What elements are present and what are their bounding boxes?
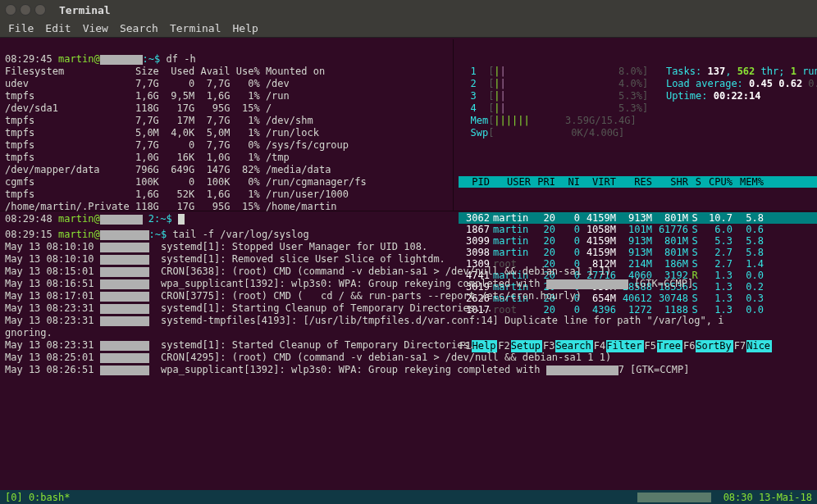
prompt-line-1: 08:29:45 martin@:~$ df -h — [5, 53, 196, 65]
df-header: Filesystem Size Used Avail Use% Mounted … — [5, 66, 325, 77]
menu-help[interactable]: Help — [233, 22, 258, 34]
fkey-label: Tree — [657, 340, 682, 352]
htop-col-pid[interactable]: PID — [459, 176, 490, 188]
window-title: Terminal — [59, 4, 111, 16]
menu-file[interactable]: File — [8, 22, 34, 34]
pane-df[interactable]: 08:29:45 martin@:~$ df -h Filesystem Siz… — [0, 39, 453, 211]
process-row[interactable]: 1867martin2001058M101M61776S6.00.6 — [459, 224, 817, 235]
htop-col-virt[interactable]: VIRT — [580, 176, 616, 188]
status-right: 08:30 13-Mai-18 — [723, 492, 812, 503]
status-left: [0] 0:bash* — [5, 492, 70, 503]
fkey-f3[interactable]: F3 — [542, 340, 555, 352]
fkey-f4[interactable]: F4 — [593, 340, 606, 352]
df-row: cgmfs 100K 0 100K 0% /run/cgmanager/fs — [5, 176, 367, 188]
htop-col-res[interactable]: RES — [616, 176, 652, 188]
fkey-f2[interactable]: F2 — [497, 340, 510, 352]
htop-col-ni[interactable]: NI — [555, 176, 580, 188]
fkey-label: SortBy — [696, 340, 733, 352]
menu-edit[interactable]: Edit — [45, 22, 71, 34]
fkey-label: Search — [555, 340, 592, 352]
df-row: tmpfs 5,0M 4,0K 5,0M 1% /run/lock — [5, 127, 319, 138]
menu-view[interactable]: View — [83, 22, 108, 34]
df-row: tmpfs 1,6G 52K 1,6G 1% /run/user/1000 — [5, 188, 349, 200]
fkey-label: Filter — [606, 340, 643, 352]
mem-meter: Mem[|||||| 3.59G/15.4G] — [459, 115, 817, 127]
prompt-line-2: 08:29:48 martin@ 2:~$ — [5, 213, 185, 225]
tmux-statusbar: [0] 0:bash* 08:30 13-Mai-18 — [0, 490, 817, 504]
menu-search[interactable]: Search — [120, 22, 158, 34]
close-icon[interactable] — [5, 4, 16, 16]
fkey-label: Setup — [511, 340, 542, 352]
df-row: udev 7,7G 0 7,7G 0% /dev — [5, 78, 290, 89]
cpu-meter: 4 [|| 5.3%] — [459, 102, 817, 115]
swp-meter: Swp[ 0K/4.00G] — [459, 127, 817, 139]
titlebar: Terminal — [0, 0, 817, 20]
minimize-icon[interactable] — [20, 4, 31, 16]
df-row: /home/martin/.Private 118G 17G 95G 15% /… — [5, 201, 337, 212]
menu-terminal[interactable]: Terminal — [170, 22, 221, 34]
df-row: /dev/mapper/data 796G 649G 147G 82% /med… — [5, 164, 331, 175]
htop-col-s[interactable]: S — [688, 176, 701, 188]
fkey-f6[interactable]: F6 — [682, 340, 696, 352]
df-row: /dev/sda1 118G 17G 95G 15% / — [5, 102, 272, 114]
menubar: File Edit View Search Terminal Help — [0, 20, 817, 38]
fkey-label: Nice — [746, 340, 772, 352]
cpu-meter: 2 [|| 4.0%] Load average: 0.45 0.62 0.4 — [459, 78, 817, 90]
htop-header: PIDUSERPRINIVIRTRESSHRSCPU%MEM% — [459, 176, 817, 188]
process-row[interactable]: 1017root200439612721188S1.30.0 — [459, 304, 817, 316]
cursor-icon — [178, 214, 185, 225]
terminal-body[interactable]: 08:29:45 martin@:~$ df -h Filesystem Siz… — [0, 38, 817, 490]
df-row: tmpfs 7,7G 0 7,7G 0% /sys/fs/cgroup — [5, 139, 349, 151]
process-row[interactable]: 3098martin2004159M913M801MS2.75.8 — [459, 247, 817, 258]
df-row: tmpfs 7,7G 17M 7,7G 1% /dev/shm — [5, 115, 313, 126]
terminal-window: Terminal File Edit View Search Terminal … — [0, 0, 817, 504]
htop-col-user[interactable]: USER — [490, 176, 531, 188]
fkey-label: Help — [472, 340, 497, 352]
process-row[interactable]: 3099martin2004159M913M801MS5.35.8 — [459, 235, 817, 247]
htop-col-cpu%[interactable]: CPU% — [701, 176, 733, 188]
fkey-f5[interactable]: F5 — [644, 340, 657, 352]
htop-fkeys: F1HelpF2SetupF3SearchF4FilterF5TreeF6Sor… — [459, 340, 817, 352]
prompt-line-3: 08:29:15 martin@:~$ tail -f /var/log/sys… — [5, 229, 309, 240]
df-row: tmpfs 1,6G 9,5M 1,6G 1% /run — [5, 90, 290, 102]
maximize-icon[interactable] — [34, 4, 46, 16]
cpu-meter: 1 [|| 8.0%] Tasks: 137, 562 thr; 1 runn — [459, 66, 817, 78]
htop-col-pri[interactable]: PRI — [531, 176, 555, 188]
fkey-f7[interactable]: F7 — [733, 340, 746, 352]
htop-col-shr[interactable]: SHR — [652, 176, 688, 188]
cpu-meter: 3 [|| 5.3%] Uptime: 00:22:14 — [459, 90, 817, 102]
htop-col-mem%[interactable]: MEM% — [733, 176, 764, 188]
pane-htop[interactable]: 1 [|| 8.0%] Tasks: 137, 562 thr; 1 runn … — [453, 39, 817, 211]
process-row[interactable]: 3062martin2004159M913M801MS10.75.8 — [459, 212, 817, 224]
df-row: tmpfs 1,0G 16K 1,0G 1% /tmp — [5, 152, 290, 163]
